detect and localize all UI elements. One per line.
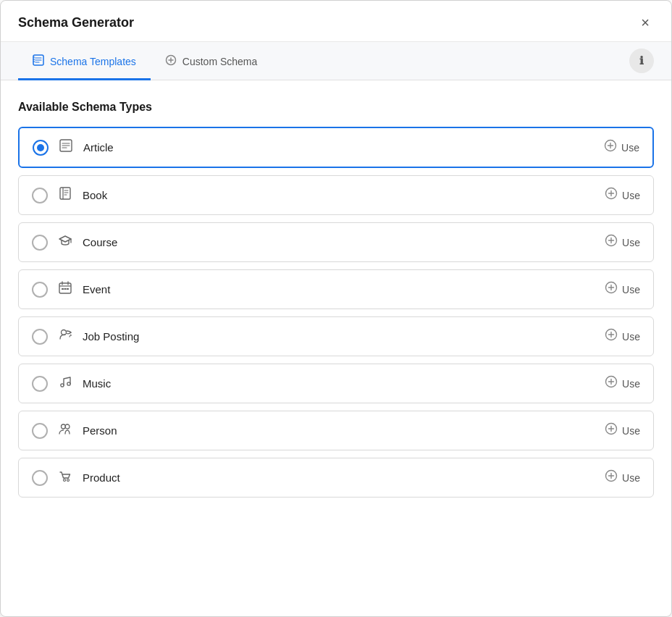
tab-custom-schema-label: Custom Schema [182, 56, 257, 67]
tab-schema-templates[interactable]: Schema Templates [18, 43, 151, 80]
schema-item-book-left: Book [32, 186, 107, 204]
person-use-button[interactable]: Use [605, 422, 640, 439]
product-use-icon [605, 469, 618, 486]
schema-generator-dialog: Schema Generator × Schema Templates [0, 0, 672, 617]
dialog-header: Schema Generator × [1, 1, 671, 42]
svg-rect-11 [64, 288, 67, 290]
book-use-icon [605, 187, 618, 203]
article-use-icon [604, 139, 617, 156]
music-use-button[interactable]: Use [605, 375, 640, 392]
radio-person[interactable] [32, 423, 48, 439]
book-use-button[interactable]: Use [605, 187, 640, 203]
article-icon [57, 138, 75, 156]
event-use-label: Use [622, 284, 640, 295]
schema-item-music-left: Music [32, 374, 111, 393]
person-use-label: Use [622, 425, 640, 437]
tabs-left: Schema Templates Custom Schema [18, 42, 272, 80]
svg-rect-10 [62, 288, 64, 290]
product-use-label: Use [622, 472, 640, 484]
radio-event[interactable] [32, 282, 48, 298]
svg-point-22 [64, 479, 66, 482]
person-use-icon [605, 422, 618, 439]
radio-music[interactable] [32, 376, 48, 392]
svg-point-14 [62, 330, 67, 335]
music-use-label: Use [622, 378, 640, 390]
event-icon [56, 280, 74, 298]
info-icon: ℹ [639, 54, 644, 67]
radio-book[interactable] [32, 188, 48, 203]
radio-job-posting[interactable] [32, 329, 48, 345]
svg-rect-12 [67, 288, 69, 290]
product-use-button[interactable]: Use [605, 469, 640, 486]
person-icon [56, 421, 74, 440]
course-use-icon [605, 234, 618, 251]
info-button[interactable]: ℹ [629, 49, 654, 73]
event-use-button[interactable]: Use [605, 281, 640, 298]
schema-item-person[interactable]: Person Use [18, 411, 654, 450]
music-label: Music [83, 377, 111, 390]
tabs-bar: Schema Templates Custom Schema ℹ [1, 42, 671, 80]
event-use-icon [605, 281, 618, 298]
schema-item-product-left: Product [32, 469, 120, 487]
schema-item-music[interactable]: Music Use [18, 364, 654, 403]
article-use-label: Use [621, 142, 639, 154]
job-posting-use-label: Use [622, 331, 640, 343]
schema-item-product[interactable]: Product Use [18, 458, 654, 498]
job-posting-use-icon [605, 328, 618, 345]
tab-schema-templates-label: Schema Templates [50, 56, 136, 67]
section-title: Available Schema Types [18, 101, 654, 114]
course-icon [56, 233, 74, 251]
schema-item-course-left: Course [32, 233, 117, 251]
course-use-button[interactable]: Use [605, 234, 640, 251]
book-label: Book [83, 189, 107, 201]
course-use-label: Use [622, 237, 640, 248]
dialog-body: Available Schema Types Article [1, 80, 671, 616]
schema-item-article-left: Article [33, 138, 114, 156]
product-label: Product [83, 471, 120, 484]
schema-item-job-posting[interactable]: Job Posting Use [18, 316, 654, 356]
schema-item-event-left: Event [32, 280, 110, 298]
event-label: Event [83, 283, 110, 295]
tab-custom-schema[interactable]: Custom Schema [151, 43, 272, 80]
job-posting-icon [56, 327, 74, 345]
person-label: Person [83, 424, 117, 437]
radio-article[interactable] [33, 140, 49, 156]
article-use-button[interactable]: Use [604, 139, 639, 156]
schema-item-book[interactable]: Book Use [18, 175, 654, 215]
radio-course[interactable] [32, 235, 48, 251]
schema-item-job-posting-left: Job Posting [32, 327, 139, 345]
svg-point-23 [67, 479, 70, 482]
schema-item-event[interactable]: Event Use [18, 269, 654, 309]
close-button[interactable]: × [637, 14, 654, 31]
job-posting-use-button[interactable]: Use [605, 328, 640, 345]
svg-rect-4 [60, 188, 70, 199]
schema-list: Article Use [18, 127, 654, 498]
schema-item-person-left: Person [32, 421, 117, 440]
dialog-title: Schema Generator [18, 15, 134, 30]
product-icon [56, 469, 74, 487]
radio-article-inner [37, 144, 44, 151]
radio-product[interactable] [32, 470, 48, 486]
course-label: Course [83, 236, 117, 248]
schema-item-course[interactable]: Course Use [18, 222, 654, 262]
music-icon [56, 374, 74, 393]
schema-templates-icon [33, 54, 44, 68]
article-label: Article [83, 141, 114, 154]
book-use-label: Use [622, 190, 640, 201]
job-posting-label: Job Posting [83, 330, 139, 343]
music-use-icon [605, 375, 618, 392]
custom-schema-icon [165, 54, 177, 68]
book-icon [56, 186, 74, 204]
schema-item-article[interactable]: Article Use [18, 127, 654, 168]
